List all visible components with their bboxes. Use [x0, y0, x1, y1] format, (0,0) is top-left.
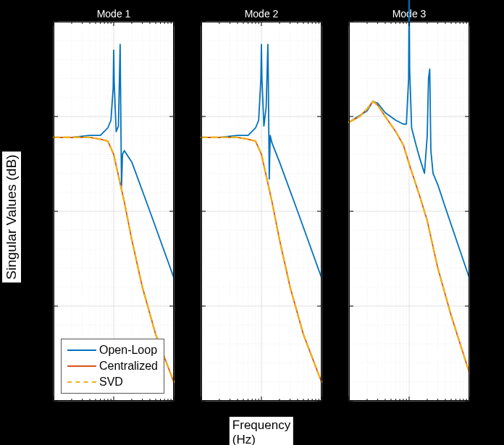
x-axis-label: Frequency (Hz) — [230, 417, 293, 445]
x-tick: 101 — [167, 401, 182, 417]
legend-label: Open-Loop — [99, 344, 157, 357]
legend-entry: SVD — [67, 374, 158, 390]
y-tick: -100 — [20, 301, 54, 312]
chart-panel-1: Mode 1 50 0 -50 -100 -150 10-1 100 101 O… — [54, 22, 174, 401]
chart-title-2: Mode 2 — [245, 8, 279, 22]
figure: Singular Values (dB) Mode 1 50 0 -50 -10… — [0, 0, 504, 445]
chart-title-1: Mode 1 — [97, 8, 131, 22]
x-tick: 101 — [314, 401, 329, 417]
chart-panel-3: Mode 3 10-1 100 101 — [349, 22, 469, 401]
legend-label: Centralized — [99, 360, 158, 373]
legend-label: SVD — [99, 376, 123, 389]
legend-entry: Open-Loop — [67, 342, 158, 358]
y-axis-label: Singular Values (dB) — [2, 152, 21, 283]
x-tick: 10-1 — [340, 401, 358, 417]
x-tick: 100 — [254, 401, 269, 417]
y-tick: 0 — [20, 111, 54, 122]
chart-svg-3 — [349, 22, 469, 401]
chart-panel-2: Mode 2 10-1 100 101 Frequency (Hz) — [201, 22, 322, 401]
x-tick: 10-1 — [193, 401, 210, 417]
chart-svg-2 — [201, 22, 322, 401]
x-tick: 101 — [462, 401, 477, 417]
legend-entry: Centralized — [67, 358, 158, 374]
y-tick: -50 — [20, 206, 54, 217]
y-tick: 50 — [20, 17, 54, 27]
x-tick: 10-1 — [45, 401, 62, 417]
x-tick: 100 — [402, 401, 417, 417]
x-tick: 100 — [106, 401, 122, 417]
legend: Open-Loop Centralized SVD — [61, 339, 164, 394]
